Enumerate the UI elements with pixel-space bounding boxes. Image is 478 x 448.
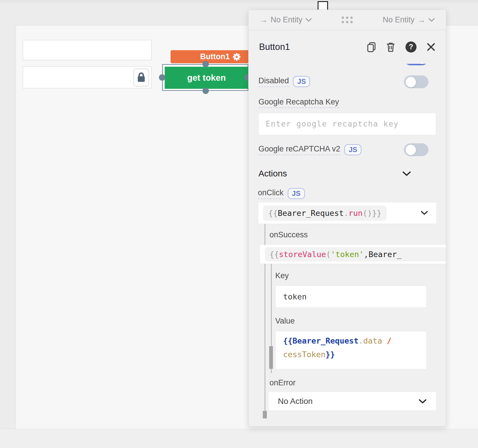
connections-grid-icon[interactable] bbox=[342, 17, 353, 23]
recaptcha-key-input[interactable] bbox=[258, 113, 436, 135]
value-label: Value bbox=[275, 317, 295, 326]
widget-name-label: Button1 bbox=[200, 52, 230, 61]
actions-collapse-chevron-icon[interactable] bbox=[402, 171, 411, 176]
tree-scroll-thumb[interactable] bbox=[263, 411, 267, 418]
recaptcha-v2-switch[interactable] bbox=[404, 143, 428, 156]
pane-header: Button1 ? bbox=[249, 30, 446, 64]
top-fade bbox=[0, 0, 478, 5]
onclick-js-toggle[interactable]: JS bbox=[288, 188, 305, 199]
onclick-action-card[interactable]: {{Bearer_Request.run()}} bbox=[258, 203, 436, 224]
onsuccess-code[interactable]: {{storeValue('token',Bearer_ bbox=[265, 247, 446, 261]
svg-text:?: ? bbox=[409, 43, 413, 51]
disabled-js-toggle[interactable]: JS bbox=[293, 76, 310, 87]
actions-section-title: Actions bbox=[258, 169, 287, 178]
delete-widget-icon[interactable] bbox=[386, 42, 395, 52]
onsuccess-label: onSuccess bbox=[269, 230, 308, 239]
arrow-right-icon: → bbox=[260, 15, 268, 25]
recaptcha-v2-label: Google reCAPTCHA v2 bbox=[258, 144, 340, 155]
onclick-label: onClick bbox=[258, 188, 284, 199]
help-icon[interactable]: ? bbox=[405, 41, 417, 53]
resize-handle-left[interactable] bbox=[159, 74, 165, 81]
incoming-entity-label: No Entity bbox=[271, 15, 303, 24]
text-input-widget-1[interactable] bbox=[23, 40, 152, 60]
close-icon[interactable] bbox=[427, 43, 435, 51]
chevron-down-icon bbox=[305, 18, 312, 22]
onsuccess-action-card[interactable]: {{storeValue('token',Bearer_ bbox=[260, 245, 446, 264]
onerror-action-select[interactable]: No Action bbox=[269, 392, 436, 410]
gear-icon[interactable] bbox=[233, 53, 241, 61]
value-input[interactable]: {{Bearer_Request.data / cessToken}} bbox=[275, 331, 427, 369]
widget-name-tag-button1[interactable]: Button1 bbox=[171, 50, 248, 63]
lock-icon bbox=[136, 72, 146, 83]
disabled-label: Disabled bbox=[258, 76, 289, 87]
onerror-label: onError bbox=[269, 378, 296, 387]
disabled-property-row: Disabled JS bbox=[258, 76, 310, 87]
value-code-line1: {{Bearer_Request.data / bbox=[276, 331, 426, 346]
incoming-entity-selector[interactable]: → No Entity bbox=[260, 15, 312, 25]
resize-handle-top[interactable] bbox=[202, 61, 209, 67]
recaptcha-v2-js-toggle[interactable]: JS bbox=[344, 144, 361, 155]
pane-title: Button1 bbox=[259, 42, 367, 52]
arrow-right-icon: → bbox=[417, 15, 426, 25]
onclick-row: onClick JS bbox=[258, 188, 305, 199]
canvas-resize-handle[interactable] bbox=[318, 1, 328, 10]
disabled-switch[interactable] bbox=[404, 75, 428, 88]
get-token-button-label: get token bbox=[187, 73, 226, 83]
outgoing-entity-label: No Entity bbox=[383, 15, 414, 24]
onclick-code[interactable]: {{Bearer_Request.run()}} bbox=[263, 205, 387, 221]
recaptcha-v2-row: Google reCAPTCHA v2 JS bbox=[258, 144, 361, 155]
outgoing-entity-selector[interactable]: No Entity → bbox=[383, 15, 435, 25]
chevron-down-icon bbox=[419, 399, 427, 404]
subtree-scroll-thumb[interactable] bbox=[269, 346, 273, 369]
pane-navigation-bar: → No Entity No Entity → bbox=[249, 10, 446, 30]
chevron-down-icon bbox=[428, 18, 435, 22]
key-label: Key bbox=[275, 271, 289, 280]
chevron-down-icon[interactable] bbox=[421, 211, 428, 215]
key-input[interactable] bbox=[275, 286, 427, 308]
recaptcha-key-row: Google Recaptcha Key bbox=[258, 97, 339, 106]
onerror-action-value: No Action bbox=[278, 397, 313, 406]
resize-handle-bottom[interactable] bbox=[202, 88, 209, 94]
property-pane: Visible JS → No Entity No Entity → Butto… bbox=[248, 10, 446, 427]
copy-widget-icon[interactable] bbox=[367, 42, 376, 52]
password-reveal-button[interactable] bbox=[133, 68, 149, 86]
recaptcha-key-label: Google Recaptcha Key bbox=[258, 97, 339, 108]
canvas-bottom-strip bbox=[0, 429, 478, 448]
get-token-button[interactable]: get token bbox=[165, 67, 248, 89]
password-input-widget[interactable] bbox=[23, 66, 152, 88]
value-code-line2: cessToken}} bbox=[276, 346, 426, 360]
